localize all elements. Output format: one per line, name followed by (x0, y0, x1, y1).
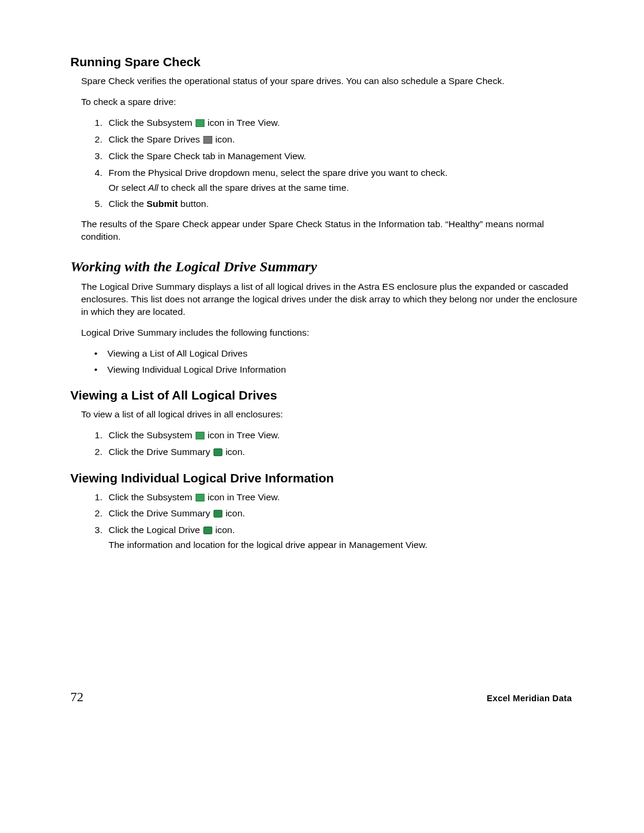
ordered-list: Click the Subsystem icon in Tree View. C… (105, 117, 578, 211)
list-item: Click the Submit button. (105, 198, 578, 210)
text: Viewing Individual Logical Drive Informa… (107, 364, 286, 374)
text: Viewing a List of All Logical Drives (107, 348, 247, 358)
text: to check all the spare drives at the sam… (159, 182, 349, 193)
paragraph: To view a list of all logical drives in … (81, 408, 578, 421)
list-item: Click the Drive Summary icon. (105, 446, 578, 459)
ordered-list: Click the Subsystem icon in Tree View. C… (105, 491, 578, 552)
page-number: 72 (70, 689, 83, 705)
text: Click the Drive Summary (109, 508, 213, 518)
paragraph: Logical Drive Summary includes the follo… (81, 327, 578, 339)
list-item: Click the Subsystem icon in Tree View. (105, 429, 578, 442)
text: From the Physical Drive dropdown menu, s… (109, 168, 448, 178)
list-item: Viewing a List of All Logical Drives (93, 348, 578, 360)
text: Click the Subsystem (109, 430, 195, 440)
subsystem-icon (196, 119, 205, 127)
bullet-list: Viewing a List of All Logical Drives Vie… (93, 348, 578, 376)
text: icon. (223, 447, 245, 457)
text: icon. (223, 508, 245, 518)
text: The information and location for the log… (109, 540, 428, 550)
text-italic: All (148, 182, 158, 193)
text: Or select (109, 182, 148, 193)
spare-drives-icon (203, 136, 212, 144)
text: icon. (213, 525, 235, 535)
list-item: From the Physical Drive dropdown menu, s… (105, 167, 578, 194)
ordered-list: Click the Subsystem icon in Tree View. C… (105, 429, 578, 459)
list-item: Click the Spare Check tab in Management … (105, 150, 578, 163)
list-item: Click the Drive Summary icon. (105, 507, 578, 520)
text: button. (178, 199, 209, 209)
text: icon in Tree View. (205, 430, 280, 440)
drive-summary-icon (213, 510, 222, 518)
drive-summary-icon (213, 448, 222, 456)
list-item: Click the Subsystem icon in Tree View. (105, 117, 578, 129)
text: Click the Subsystem (109, 492, 195, 502)
list-item: Click the Subsystem icon in Tree View. (105, 491, 578, 504)
text: icon. (213, 134, 235, 144)
paragraph: The Logical Drive Summary displays a lis… (81, 281, 578, 318)
heading-running-spare-check: Running Spare Check (70, 55, 578, 69)
text: icon in Tree View. (205, 492, 280, 502)
subsystem-icon (196, 432, 205, 439)
page-footer: 72 Excel Meridian Data (0, 689, 644, 705)
paragraph: To check a spare drive: (81, 96, 578, 109)
text: Click the (109, 199, 147, 209)
text: Click the Spare Drives (109, 134, 203, 144)
text: Click the Subsystem (109, 117, 195, 128)
text: Click the Logical Drive (109, 525, 203, 535)
paragraph: Spare Check verifies the operational sta… (81, 75, 578, 88)
heading-view-list: Viewing a List of All Logical Drives (70, 388, 578, 402)
list-item: Click the Logical Drive icon. The inform… (105, 524, 578, 552)
footer-brand: Excel Meridian Data (487, 693, 572, 703)
text: Click the Spare Check tab in Management … (109, 151, 306, 161)
text: Click the Drive Summary (109, 447, 213, 457)
page-content: Running Spare Check Spare Check verifies… (0, 0, 644, 592)
heading-logical-drive-summary: Working with the Logical Drive Summary (70, 259, 578, 275)
text: icon in Tree View. (205, 117, 280, 128)
subsystem-icon (196, 494, 205, 501)
logical-drive-icon (203, 527, 212, 534)
paragraph: The results of the Spare Check appear un… (81, 218, 578, 243)
list-item: Click the Spare Drives icon. (105, 134, 578, 146)
text-bold: Submit (147, 199, 178, 209)
list-item: Viewing Individual Logical Drive Informa… (93, 364, 578, 376)
heading-view-individual: Viewing Individual Logical Drive Informa… (70, 471, 578, 485)
